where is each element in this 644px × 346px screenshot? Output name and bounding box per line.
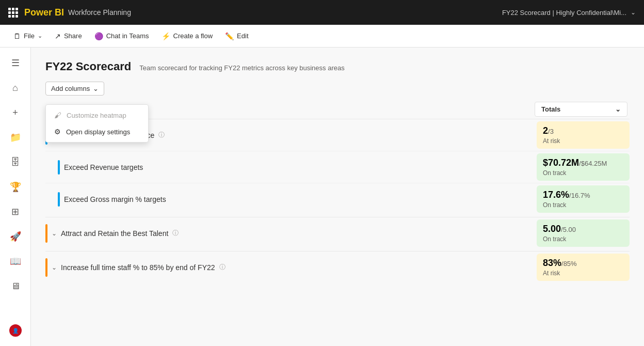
chat-button[interactable]: 🟣 Chat in Teams xyxy=(89,30,154,42)
sidebar: ☰ ⌂ + 📁 🗄 🏆 ⊞ 🚀 📖 🖥 👤 xyxy=(0,48,31,346)
score-cell-talent: 5.00/5.00 On track xyxy=(537,219,630,247)
score-target-talent: /5.00 xyxy=(561,226,576,233)
open-display-settings-item[interactable]: ⚙ Open display settings xyxy=(46,123,148,140)
score-cell-staff: 83%/85% At risk xyxy=(537,254,630,281)
group-label-talent: Attract and Retain the Best Talent xyxy=(61,229,168,238)
color-bar-staff xyxy=(45,258,47,277)
score-target-financial: /3 xyxy=(548,128,554,135)
gear-icon: ⚙ xyxy=(54,128,61,136)
sidebar-item-dataflow[interactable]: 🗄 xyxy=(4,151,27,174)
add-columns-label: Add columns xyxy=(51,85,90,92)
score-value-margin: 17.6% xyxy=(543,190,569,200)
score-target-staff: /85% xyxy=(561,260,577,268)
page-header: FY22 Scorecard Team scorecard for tracki… xyxy=(45,60,630,73)
sidebar-item-menu[interactable]: ☰ xyxy=(4,52,27,74)
group-label-staff: Increase full time staff % to 85% by end… xyxy=(61,263,215,272)
info-icon-talent[interactable]: ⓘ xyxy=(172,229,179,238)
customize-heatmap-label: Customize heatmap xyxy=(67,112,126,119)
sidebar-item-profile[interactable]: 👤 xyxy=(4,319,27,342)
sidebar-item-create[interactable]: + xyxy=(4,101,27,124)
content-area: FY22 Scorecard Team scorecard for tracki… xyxy=(31,48,644,346)
edit-icon: ✏️ xyxy=(225,32,234,40)
sidebar-item-deployment[interactable]: 🚀 xyxy=(4,225,27,248)
page-title: FY22 Scorecard xyxy=(45,60,131,73)
header-right: FY22 Scorecard | Highly Confidential\Mi.… xyxy=(502,9,636,17)
collapse-chevron-icon-staff[interactable]: ⌄ xyxy=(52,264,57,271)
score-status-talent: On track xyxy=(543,235,623,243)
info-icon-financial[interactable]: ⓘ xyxy=(158,131,165,139)
child-row-margin: Exceed Gross margin % targets 17.6%/16.7… xyxy=(45,183,630,215)
toolbar: 🗒 File ⌄ ↗ Share 🟣 Chat in Teams ⚡ Creat… xyxy=(0,25,644,48)
sidebar-item-browse[interactable]: 📁 xyxy=(4,126,27,149)
score-target-margin: /16.7% xyxy=(569,192,590,199)
logo-text: Power BI xyxy=(24,7,64,18)
apps-grid-icon[interactable] xyxy=(8,8,18,18)
sidebar-item-home[interactable]: ⌂ xyxy=(4,76,27,99)
score-cell-financial: 2/3 At risk xyxy=(537,121,630,149)
group-row-left-talent: ⌄ Attract and Retain the Best Talent ⓘ xyxy=(45,220,537,247)
score-status-staff: At risk xyxy=(543,270,623,277)
group-row-staff: ⌄ Increase full time staff % to 85% by e… xyxy=(45,251,630,283)
score-value-revenue: $70.72M xyxy=(543,158,579,168)
score-status-margin: On track xyxy=(543,201,623,209)
edit-label: Edit xyxy=(237,32,248,40)
share-button[interactable]: ↗ Share xyxy=(50,30,87,42)
flow-label: Create a flow xyxy=(173,32,213,40)
child-row-left-margin: Exceed Gross margin % targets xyxy=(58,188,537,211)
collapse-chevron-icon-talent[interactable]: ⌄ xyxy=(52,230,57,237)
file-label: File xyxy=(24,32,35,40)
sidebar-item-learn[interactable]: 📖 xyxy=(4,250,27,273)
main-layout: ☰ ⌂ + 📁 🗄 🏆 ⊞ 🚀 📖 🖥 👤 FY22 Scorecard Tea… xyxy=(0,48,644,346)
score-cell-revenue: $70.72M/$64.25M On track xyxy=(537,153,630,181)
score-status-financial: At risk xyxy=(543,137,623,145)
add-columns-chevron-icon: ⌄ xyxy=(93,85,99,92)
file-icon: 🗒 xyxy=(13,32,21,40)
child-label-margin: Exceed Gross margin % targets xyxy=(64,195,166,203)
totals-header[interactable]: Totals ⌄ xyxy=(535,102,627,117)
color-bar-margin xyxy=(58,192,60,207)
report-title: Workforce Planning xyxy=(68,8,131,17)
score-value-staff: 83% xyxy=(543,258,561,268)
totals-label: Totals xyxy=(541,105,560,113)
sidebar-item-apps[interactable]: ⊞ xyxy=(4,200,27,223)
totals-chevron-icon: ⌄ xyxy=(615,105,621,113)
flow-button[interactable]: ⚡ Create a flow xyxy=(156,30,218,42)
header-right-text: FY22 Scorecard | Highly Confidential\Mi.… xyxy=(502,9,626,17)
flow-icon: ⚡ xyxy=(162,32,170,40)
child-row-left-revenue: Exceed Revenue targets xyxy=(58,156,537,179)
sidebar-item-monitor[interactable]: 🖥 xyxy=(4,275,27,297)
page-subtitle: Team scorecard for tracking FY22 metrics… xyxy=(139,64,344,72)
score-target-revenue: /$64.25M xyxy=(579,160,607,167)
score-value-financial: 2 xyxy=(543,125,548,136)
brand: Power BI Workforce Planning xyxy=(24,7,131,18)
add-columns-dropdown: 🖌 Customize heatmap ⚙ Open display setti… xyxy=(45,104,149,143)
info-icon-staff[interactable]: ⓘ xyxy=(219,263,226,272)
file-button[interactable]: 🗒 File ⌄ xyxy=(8,30,47,42)
group-row-left-staff: ⌄ Increase full time staff % to 85% by e… xyxy=(45,254,537,281)
share-icon: ↗ xyxy=(55,32,61,40)
sidebar-item-metrics[interactable]: 🏆 xyxy=(4,176,27,198)
top-nav: Power BI Workforce Planning FY22 Scoreca… xyxy=(0,0,644,25)
score-value-talent: 5.00 xyxy=(543,224,561,234)
edit-button[interactable]: ✏️ Edit xyxy=(220,30,253,42)
chat-label: Chat in Teams xyxy=(106,32,149,40)
color-bar-talent xyxy=(45,224,47,243)
brush-icon: 🖌 xyxy=(54,111,61,119)
score-status-revenue: On track xyxy=(543,169,623,177)
header-chevron-icon[interactable]: ⌄ xyxy=(631,9,636,16)
customize-heatmap-item: 🖌 Customize heatmap xyxy=(46,107,148,123)
open-display-settings-label: Open display settings xyxy=(66,128,130,136)
child-row-revenue: Exceed Revenue targets $70.72M/$64.25M O… xyxy=(45,151,630,183)
child-label-revenue: Exceed Revenue targets xyxy=(64,163,143,171)
add-columns-button[interactable]: Add columns ⌄ xyxy=(45,82,104,96)
group-row-talent: ⌄ Attract and Retain the Best Talent ⓘ 5… xyxy=(45,217,630,249)
score-cell-margin: 17.6%/16.7% On track xyxy=(537,185,630,213)
file-chevron-icon: ⌄ xyxy=(38,33,42,39)
svg-text:👤: 👤 xyxy=(12,327,19,334)
teams-icon: 🟣 xyxy=(94,32,103,40)
color-bar-revenue xyxy=(58,160,60,175)
share-label: Share xyxy=(64,32,82,40)
